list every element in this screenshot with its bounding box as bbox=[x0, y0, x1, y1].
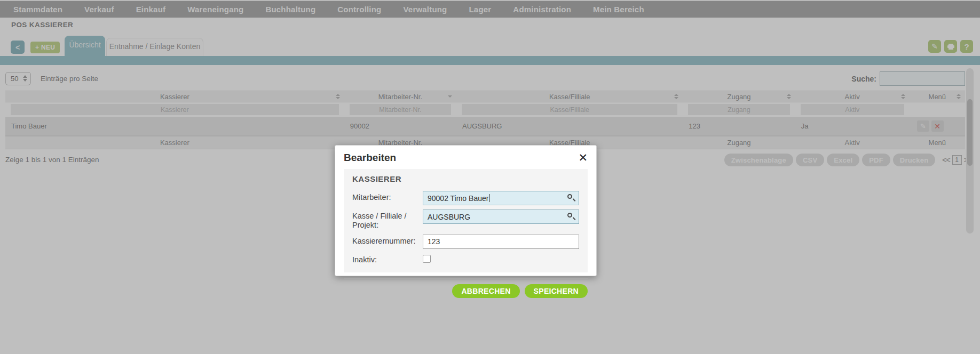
dialog-divider bbox=[344, 278, 588, 278]
cancel-button[interactable]: ABBRECHEN bbox=[452, 284, 519, 298]
inaktiv-label: Inaktiv: bbox=[352, 253, 423, 265]
dialog-title: Bearbeiten bbox=[344, 152, 396, 164]
section-title: KASSIERER bbox=[352, 174, 579, 183]
search-icon[interactable] bbox=[567, 194, 575, 202]
mitarbeiter-label: Mitarbeiter: bbox=[352, 191, 423, 205]
kassierernummer-field[interactable] bbox=[423, 235, 579, 249]
search-icon[interactable] bbox=[567, 213, 575, 220]
edit-dialog: Bearbeiten ✕ KASSIERER Mitarbeiter: 9000… bbox=[335, 145, 597, 276]
kasse-filliale-projekt-field[interactable]: AUGSBURG bbox=[423, 210, 579, 224]
close-icon[interactable]: ✕ bbox=[578, 152, 588, 163]
kasse-filliale-projekt-label: Kasse / Filliale / Projekt: bbox=[352, 210, 423, 230]
inaktiv-checkbox[interactable] bbox=[423, 255, 431, 263]
save-button[interactable]: SPEICHERN bbox=[525, 284, 588, 298]
mitarbeiter-field[interactable]: 90002 Timo Bauer bbox=[423, 191, 579, 205]
kassierernummer-label: Kassierernummer: bbox=[352, 235, 423, 249]
text-caret bbox=[489, 194, 489, 202]
